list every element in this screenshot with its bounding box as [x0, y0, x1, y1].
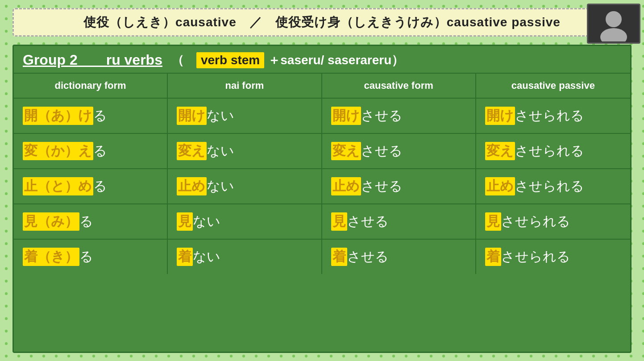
table-row: 見（み）る見ない見させる見させられる: [14, 204, 630, 240]
rest-causp-row2: させられる: [515, 177, 584, 195]
rest-caus-row4: させる: [347, 248, 389, 266]
svg-point-1: [600, 28, 627, 41]
highlight-nai-row3: 見: [177, 212, 193, 231]
cell-causp-row2: 止めさせられる: [476, 169, 630, 203]
highlight-nai-row2: 止め: [177, 177, 207, 195]
rest-causp-row3: させられる: [501, 212, 570, 231]
cell-caus-row1: 変えさせる: [322, 134, 476, 168]
highlight-causp-row4: 着: [485, 248, 501, 266]
cell-causp-row0: 開けさせられる: [476, 99, 630, 133]
header-paren-open: （: [171, 52, 184, 69]
highlight-dict-row3: 見（み）: [23, 212, 79, 231]
rest-caus-row3: させる: [347, 212, 389, 231]
highlight-nai-row4: 着: [177, 248, 193, 266]
highlight-dict-row1: 変（か）え: [23, 142, 93, 160]
cell-causp-row1: 変えさせられる: [476, 134, 630, 168]
camera-overlay: [587, 4, 640, 44]
rest-nai-row0: ない: [207, 107, 234, 125]
highlight-causp-row2: 止め: [485, 177, 515, 195]
highlight-caus-row1: 変え: [331, 142, 361, 160]
rest-causp-row4: させられる: [501, 248, 570, 266]
rest-dict-row2: る: [93, 177, 107, 195]
rest-nai-row4: ない: [193, 248, 220, 266]
col-header-causp: causative passive: [476, 74, 630, 98]
table-row: 変（か）える変えない変えさせる変えさせられる: [14, 134, 630, 169]
highlight-causp-row3: 見: [485, 212, 501, 231]
rest-nai-row3: ない: [193, 212, 220, 231]
cell-caus-row4: 着させる: [322, 240, 476, 274]
col-header-caus: causative form: [322, 74, 476, 98]
rest-caus-row0: させる: [361, 107, 403, 125]
rest-nai-row1: ない: [207, 142, 234, 160]
cell-dict-row3: 見（み）る: [14, 204, 168, 239]
cell-nai-row3: 見ない: [168, 204, 322, 239]
rest-caus-row2: させる: [361, 177, 403, 195]
col-header-dict: dictionary form: [14, 74, 168, 98]
cell-nai-row4: 着ない: [168, 240, 322, 274]
col-header-nai: nai form: [168, 74, 322, 98]
table-row: 開（あ）ける開けない開けさせる開けさせられる: [14, 99, 630, 134]
table-row: 着（き）る着ない着させる着させられる: [14, 240, 630, 274]
group-label: Group 2 ru verbs: [23, 50, 168, 70]
header-row: Group 2 ru verbs （ verb stem ＋saseru/ sa…: [14, 46, 630, 74]
data-rows: 開（あ）ける開けない開けさせる開けさせられる変（か）える変えない変えさせる変えさ…: [14, 99, 630, 274]
rest-dict-row4: る: [79, 248, 93, 266]
rest-causp-row0: させられる: [515, 107, 584, 125]
rest-causp-row1: させられる: [515, 142, 584, 160]
highlight-causp-row0: 開け: [485, 107, 515, 125]
highlight-dict-row2: 止（と）め: [23, 177, 93, 195]
main-container: 使役（しえき）causative ／ 使役受け身（しえきうけみ）causativ…: [0, 0, 644, 361]
cell-caus-row2: 止めさせる: [322, 169, 476, 203]
rest-caus-row1: させる: [361, 142, 403, 160]
rest-dict-row0: る: [93, 107, 107, 125]
cell-dict-row2: 止（と）める: [14, 169, 168, 203]
table-container: Group 2 ru verbs （ verb stem ＋saseru/ sa…: [12, 45, 632, 353]
cell-causp-row3: 見させられる: [476, 204, 630, 239]
highlight-caus-row2: 止め: [331, 177, 361, 195]
highlight-caus-row4: 着: [331, 248, 347, 266]
highlight-nai-row1: 変え: [177, 142, 207, 160]
column-headers: dictionary form nai form causative form …: [14, 74, 630, 99]
rest-dict-row1: る: [93, 142, 107, 160]
cell-dict-row4: 着（き）る: [14, 240, 168, 274]
svg-point-0: [606, 11, 622, 27]
cell-nai-row1: 変えない: [168, 134, 322, 168]
verb-stem-label: verb stem: [196, 52, 264, 68]
cell-caus-row3: 見させる: [322, 204, 476, 239]
header-suffix: ＋saseru/ saserareru）: [268, 52, 404, 69]
highlight-dict-row0: 開（あ）け: [23, 107, 93, 125]
cell-dict-row1: 変（か）える: [14, 134, 168, 168]
cell-dict-row0: 開（あ）ける: [14, 99, 168, 133]
title-text: 使役（しえき）causative ／ 使役受け身（しえきうけみ）causativ…: [83, 15, 561, 29]
cell-caus-row0: 開けさせる: [322, 99, 476, 133]
cell-nai-row2: 止めない: [168, 169, 322, 203]
highlight-causp-row1: 変え: [485, 142, 515, 160]
table-row: 止（と）める止めない止めさせる止めさせられる: [14, 169, 630, 204]
cell-causp-row4: 着させられる: [476, 240, 630, 274]
rest-dict-row3: る: [79, 212, 93, 231]
highlight-nai-row0: 開け: [177, 107, 207, 125]
cell-nai-row0: 開けない: [168, 99, 322, 133]
title-bar: 使役（しえき）causative ／ 使役受け身（しえきうけみ）causativ…: [12, 8, 632, 37]
highlight-caus-row0: 開け: [331, 107, 361, 125]
highlight-caus-row3: 見: [331, 212, 347, 231]
highlight-dict-row4: 着（き）: [23, 248, 79, 266]
rest-nai-row2: ない: [207, 177, 234, 195]
